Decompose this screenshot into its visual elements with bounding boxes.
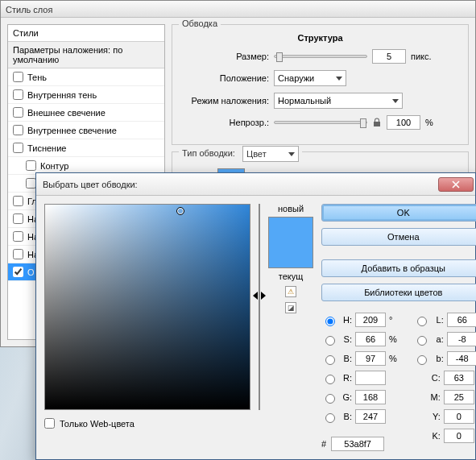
add-swatch-button[interactable]: Добавить в образцы bbox=[321, 259, 476, 277]
web-colors-checkbox[interactable]: Только Web-цвета bbox=[44, 418, 250, 429]
r-input[interactable] bbox=[355, 371, 386, 385]
preview-new bbox=[269, 218, 313, 242]
fill-type-value: Цвет bbox=[246, 149, 267, 159]
style-item-checkbox[interactable] bbox=[13, 125, 23, 135]
preview-current[interactable] bbox=[269, 242, 313, 267]
bch-label: B: bbox=[341, 412, 352, 421]
lock-icon bbox=[372, 118, 382, 127]
m-label: M: bbox=[429, 392, 441, 402]
size-input[interactable]: 5 bbox=[372, 49, 406, 64]
hue-slider[interactable] bbox=[259, 204, 260, 410]
style-item-checkbox[interactable] bbox=[13, 196, 23, 206]
chevron-down-icon bbox=[392, 99, 399, 103]
a-radio[interactable] bbox=[417, 336, 427, 346]
style-item[interactable]: Внешнее свечение bbox=[8, 104, 164, 122]
c-label: C: bbox=[429, 373, 441, 383]
web-colors-input[interactable] bbox=[44, 418, 55, 429]
bv-input[interactable]: 97 bbox=[355, 351, 386, 366]
opacity-slider[interactable] bbox=[274, 121, 367, 124]
l-input[interactable]: 66 bbox=[447, 313, 476, 327]
sv-picker[interactable] bbox=[44, 204, 250, 410]
layer-style-title: Стиль слоя bbox=[6, 5, 52, 15]
bch-radio[interactable] bbox=[325, 413, 335, 423]
r-label: R: bbox=[341, 373, 352, 383]
style-item-checkbox[interactable] bbox=[13, 213, 23, 224]
style-item-checkbox[interactable] bbox=[13, 72, 23, 82]
blend-mode-value: Нормальный bbox=[278, 96, 331, 106]
hue-arrow-right-icon bbox=[261, 292, 266, 300]
k-input[interactable]: 0 bbox=[444, 429, 474, 443]
fill-type-select[interactable]: Цвет bbox=[242, 146, 299, 162]
close-icon bbox=[452, 180, 460, 189]
style-item-label: Внутренняя тень bbox=[27, 90, 97, 100]
layer-style-titlebar: Стиль слоя bbox=[1, 0, 475, 18]
color-libraries-button[interactable]: Библиотеки цветов bbox=[321, 284, 476, 301]
position-select[interactable]: Снаружи bbox=[274, 70, 346, 86]
sv-cursor[interactable] bbox=[176, 207, 184, 215]
g-radio[interactable] bbox=[325, 394, 335, 404]
opacity-input[interactable]: 100 bbox=[387, 115, 420, 130]
style-item-checkbox[interactable] bbox=[26, 160, 36, 171]
k-label: K: bbox=[429, 431, 441, 441]
style-item-checkbox[interactable] bbox=[13, 107, 23, 118]
chevron-down-icon bbox=[288, 152, 295, 156]
web-colors-label: Только Web-цвета bbox=[60, 419, 135, 429]
y-label: Y: bbox=[429, 412, 441, 421]
style-item-label: Внутреннее свечение bbox=[27, 126, 117, 135]
l-radio[interactable] bbox=[417, 317, 427, 326]
style-item-checkbox[interactable] bbox=[13, 143, 23, 153]
hex-input[interactable]: 53a8f7 bbox=[331, 437, 384, 451]
ok-button[interactable]: OK bbox=[321, 204, 476, 222]
style-item-checkbox[interactable] bbox=[13, 267, 23, 277]
websafe-warning-icon[interactable]: ◪ bbox=[285, 302, 296, 313]
b-unit: % bbox=[389, 354, 397, 363]
h-input[interactable]: 209 bbox=[355, 313, 386, 327]
style-item-label: Тиснение bbox=[27, 143, 66, 153]
color-picker-title: Выбрать цвет обводки: bbox=[43, 180, 438, 189]
s-radio[interactable] bbox=[325, 336, 335, 346]
structure-label: Структура bbox=[180, 33, 460, 43]
chevron-down-icon bbox=[336, 77, 342, 81]
style-item-label: Контур bbox=[40, 161, 68, 171]
blending-options-row[interactable]: Параметры наложения: по умолчанию bbox=[8, 42, 164, 68]
y-input[interactable]: 0 bbox=[444, 409, 474, 424]
s-input[interactable]: 66 bbox=[355, 332, 386, 346]
lab-b-label: b: bbox=[433, 354, 444, 363]
style-item[interactable]: Тень bbox=[8, 68, 164, 86]
lab-b-radio[interactable] bbox=[417, 355, 427, 365]
gamut-warning-icon[interactable]: ⚠ bbox=[285, 286, 296, 297]
style-item[interactable]: Внутренняя тень bbox=[8, 86, 164, 104]
current-color-label: текущ bbox=[279, 271, 304, 281]
stroke-group-legend: Обводка bbox=[179, 19, 221, 28]
style-item-label: Тень bbox=[27, 73, 47, 82]
size-unit: пикс. bbox=[411, 52, 432, 61]
lab-b-input[interactable]: -48 bbox=[447, 351, 476, 366]
close-button[interactable] bbox=[438, 177, 474, 192]
opacity-unit: % bbox=[425, 118, 433, 127]
bch-input[interactable]: 247 bbox=[355, 409, 386, 424]
style-item-checkbox[interactable] bbox=[13, 89, 23, 100]
blend-mode-select[interactable]: Нормальный bbox=[274, 93, 403, 109]
styles-panel-title: Стили bbox=[8, 25, 164, 42]
h-radio[interactable] bbox=[325, 317, 335, 326]
s-label: S: bbox=[341, 334, 352, 344]
c-input[interactable]: 63 bbox=[444, 371, 474, 385]
size-slider[interactable] bbox=[274, 55, 367, 58]
m-input[interactable]: 25 bbox=[444, 390, 474, 404]
style-item[interactable]: Внутреннее свечение bbox=[8, 122, 164, 139]
g-input[interactable]: 168 bbox=[355, 390, 386, 404]
style-item-checkbox[interactable] bbox=[13, 249, 23, 259]
l-label: L: bbox=[433, 315, 444, 325]
fill-type-label: Тип обводки: bbox=[182, 148, 235, 158]
color-preview bbox=[268, 217, 313, 268]
b-radio[interactable] bbox=[325, 355, 335, 365]
h-unit: ° bbox=[389, 315, 392, 325]
hex-label: # bbox=[321, 439, 326, 449]
style-item-checkbox[interactable] bbox=[13, 231, 23, 242]
cancel-button[interactable]: Отмена bbox=[321, 228, 476, 246]
r-radio[interactable] bbox=[325, 375, 335, 384]
size-label: Размер: bbox=[180, 52, 269, 61]
color-picker-titlebar[interactable]: Выбрать цвет обводки: bbox=[36, 173, 475, 196]
style-item[interactable]: Тиснение bbox=[8, 139, 164, 157]
a-input[interactable]: -8 bbox=[447, 332, 476, 346]
